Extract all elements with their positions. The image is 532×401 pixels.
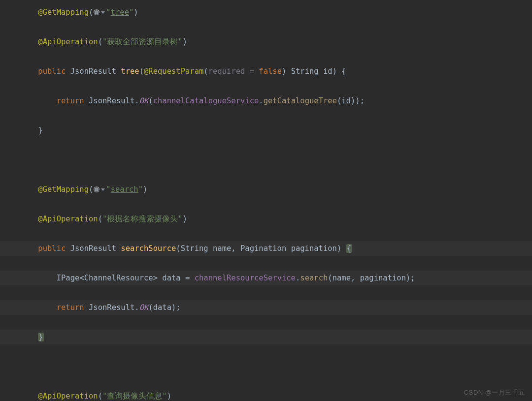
code-token: return bbox=[57, 96, 89, 105]
code-token: false bbox=[259, 67, 282, 76]
code-token: data bbox=[162, 274, 180, 282]
code-token: ( bbox=[139, 67, 144, 76]
code-line[interactable]: @GetMapping("search") bbox=[0, 182, 532, 197]
code-token: return bbox=[57, 303, 89, 312]
code-token: tree bbox=[111, 8, 129, 17]
code-token: < bbox=[79, 274, 84, 282]
code-token: ( bbox=[176, 244, 180, 253]
web-reference-icon bbox=[93, 186, 100, 193]
code-token: ( bbox=[337, 96, 341, 105]
code-line[interactable] bbox=[0, 153, 532, 167]
code-token: JsonResult bbox=[70, 244, 121, 253]
code-token: tree bbox=[121, 67, 139, 76]
code-line[interactable] bbox=[0, 359, 532, 374]
code-token: . bbox=[296, 274, 300, 282]
code-token: ) bbox=[143, 185, 147, 194]
code-token: ); bbox=[171, 303, 181, 312]
code-block[interactable]: @GetMapping("tree") @ApiOperation("获取全部资… bbox=[0, 5, 532, 401]
code-token: public bbox=[38, 244, 70, 253]
code-token: . bbox=[259, 96, 263, 105]
code-token: name bbox=[213, 244, 231, 253]
code-line[interactable]: } bbox=[0, 330, 532, 344]
code-token: " bbox=[106, 185, 110, 194]
code-token: Pagination bbox=[240, 244, 291, 253]
code-line[interactable]: @GetMapping("tree") bbox=[0, 5, 532, 20]
code-token: String bbox=[291, 67, 323, 76]
code-token: getCatalogueTree bbox=[264, 96, 337, 105]
chevron-down-icon bbox=[101, 11, 105, 14]
code-token: @ApiOperation bbox=[38, 37, 98, 46]
code-token: ( bbox=[148, 96, 153, 105]
code-token: IPage bbox=[57, 274, 80, 282]
code-token: ( bbox=[203, 67, 208, 76]
code-token: @ApiOperation bbox=[38, 392, 98, 401]
code-line[interactable]: @ApiOperation("查询摄像头信息") bbox=[0, 389, 532, 401]
code-token: ) { bbox=[332, 67, 346, 76]
code-line[interactable]: return JsonResult.OK(data); bbox=[0, 300, 532, 315]
code-token: public bbox=[38, 67, 70, 76]
code-token: "获取全部资源目录树" bbox=[102, 37, 183, 46]
code-token: ( bbox=[328, 274, 332, 282]
code-token: id bbox=[341, 96, 351, 105]
code-token: search bbox=[111, 185, 138, 194]
code-token: required = bbox=[208, 67, 259, 76]
code-token: } bbox=[38, 126, 42, 135]
code-token: search bbox=[300, 274, 328, 282]
code-token: ( bbox=[98, 392, 102, 401]
code-line[interactable]: public JsonResult searchSource(String na… bbox=[0, 241, 532, 256]
code-token: "根据名称搜索摄像头" bbox=[102, 215, 183, 223]
code-line[interactable]: } bbox=[0, 123, 532, 138]
code-token: ) bbox=[183, 37, 187, 46]
code-token: ChannelResource bbox=[84, 274, 153, 282]
code-token: JsonResult bbox=[89, 303, 134, 312]
code-token: @ApiOperation bbox=[38, 215, 98, 223]
code-token: > bbox=[153, 274, 163, 282]
code-line[interactable]: return JsonResult.OK(channelCatalogueSer… bbox=[0, 93, 532, 108]
code-token: @GetMapping bbox=[38, 8, 89, 17]
code-token: " bbox=[138, 185, 143, 194]
code-token: . bbox=[134, 96, 139, 105]
code-token: ); bbox=[406, 274, 415, 282]
code-token: OK bbox=[139, 96, 149, 105]
code-token: String bbox=[181, 244, 213, 253]
code-token: @GetMapping bbox=[38, 185, 89, 194]
code-token: ( bbox=[98, 215, 102, 223]
code-token: id bbox=[323, 67, 332, 76]
code-line[interactable]: IPage<ChannelResource> data = channelRes… bbox=[0, 271, 532, 285]
code-token: searchSource bbox=[121, 244, 176, 253]
code-token: JsonResult bbox=[89, 96, 134, 105]
code-token: data bbox=[153, 303, 171, 312]
code-token: . bbox=[134, 303, 139, 312]
watermark: CSDN @一月三千五 bbox=[464, 388, 525, 397]
code-token: ( bbox=[89, 185, 93, 194]
code-token: { bbox=[346, 244, 352, 253]
code-token: channelResourceService bbox=[195, 274, 296, 282]
code-token: pagination bbox=[291, 244, 337, 253]
code-token: ( bbox=[98, 37, 102, 46]
code-token: ) bbox=[337, 244, 346, 253]
code-line[interactable]: public JsonResult tree(@RequestParam(req… bbox=[0, 64, 532, 79]
code-token: ) bbox=[183, 215, 187, 223]
code-line[interactable]: @ApiOperation("根据名称搜索摄像头") bbox=[0, 212, 532, 226]
code-editor[interactable]: @GetMapping("tree") @ApiOperation("获取全部资… bbox=[0, 0, 532, 401]
code-token: channelCatalogueService bbox=[153, 96, 259, 105]
code-token: JsonResult bbox=[70, 67, 121, 76]
code-token: , bbox=[231, 244, 240, 253]
code-token: " bbox=[106, 8, 110, 17]
chevron-down-icon bbox=[101, 188, 105, 191]
code-token: name bbox=[332, 274, 351, 282]
code-token: , bbox=[351, 274, 360, 282]
web-reference-icon bbox=[93, 9, 100, 16]
code-token: ( bbox=[89, 8, 93, 17]
code-token: @RequestParam bbox=[144, 67, 203, 76]
code-token: OK bbox=[139, 303, 149, 312]
code-token: ) bbox=[133, 8, 138, 17]
code-token: = bbox=[181, 274, 195, 282]
code-line[interactable]: @ApiOperation("获取全部资源目录树") bbox=[0, 34, 532, 49]
code-token: ( bbox=[148, 303, 153, 312]
code-token: "查询摄像头信息" bbox=[102, 392, 167, 401]
code-token: } bbox=[38, 333, 43, 341]
code-token: )); bbox=[351, 96, 365, 105]
code-token: ) bbox=[282, 67, 291, 76]
code-token: ) bbox=[167, 392, 171, 401]
